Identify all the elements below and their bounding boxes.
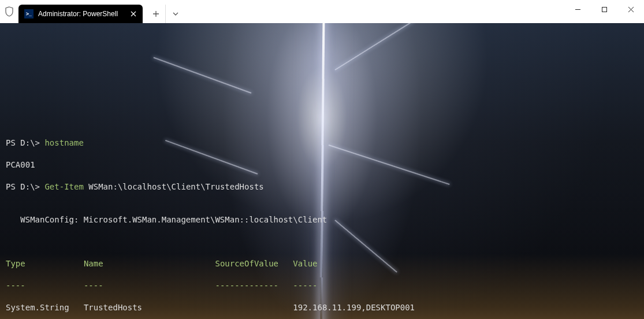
table-underline: ---- ---- ------------- ----- bbox=[6, 280, 638, 291]
table-row: System.String TrustedHosts 192.168.11.19… bbox=[6, 302, 638, 313]
app-window: >_ Administrator: PowerShell bbox=[0, 0, 644, 319]
tab-actions bbox=[146, 5, 185, 23]
command-get-item: Get-Item bbox=[44, 182, 83, 191]
cell-value: 192.168.11.199,DESKTOP001 bbox=[293, 303, 415, 312]
new-tab-button[interactable] bbox=[146, 5, 166, 23]
maximize-icon bbox=[601, 6, 608, 13]
prompt: PS D:\> bbox=[6, 182, 44, 191]
maximize-button[interactable] bbox=[591, 0, 617, 18]
cell-type: System.String bbox=[6, 303, 69, 312]
terminal-content: PS D:\> hostname PCA001 PS D:\> Get-Item… bbox=[6, 127, 638, 319]
plus-icon bbox=[152, 10, 159, 17]
col-type: Type bbox=[6, 259, 25, 268]
svg-rect-0 bbox=[602, 7, 606, 12]
minimize-icon bbox=[575, 6, 581, 13]
chevron-down-icon bbox=[173, 12, 178, 16]
terminal-pane[interactable]: PS D:\> hostname PCA001 PS D:\> Get-Item… bbox=[0, 23, 644, 319]
table-header: Type Name SourceOfValue Value bbox=[6, 258, 638, 269]
tab-close-button[interactable] bbox=[128, 8, 139, 20]
col-sourceofvalue: SourceOfValue bbox=[215, 259, 278, 268]
powershell-icon: >_ bbox=[24, 9, 33, 18]
titlebar[interactable]: >_ Administrator: PowerShell bbox=[0, 0, 644, 23]
command-hostname: hostname bbox=[44, 138, 83, 147]
shield-icon-area bbox=[0, 0, 18, 23]
lightning-branch bbox=[153, 57, 251, 93]
tab-dropdown-button[interactable] bbox=[166, 5, 185, 23]
col-value: Value bbox=[293, 259, 317, 268]
close-icon bbox=[131, 11, 136, 17]
terminal-line: PS D:\> Get-Item WSMan:\localhost\Client… bbox=[6, 181, 638, 192]
lightning-branch bbox=[334, 23, 414, 71]
shield-icon bbox=[5, 6, 14, 17]
window-close-button[interactable] bbox=[617, 0, 644, 18]
terminal-line: PS D:\> hostname bbox=[6, 138, 638, 149]
tab-powershell[interactable]: >_ Administrator: PowerShell bbox=[18, 5, 143, 23]
wsman-config-line: WSManConfig: Microsoft.WSMan.Management\… bbox=[6, 214, 638, 225]
minimize-button[interactable] bbox=[564, 0, 591, 18]
command-arg: WSMan:\localhost\Client\TrustedHosts bbox=[84, 182, 264, 191]
output-hostname: PCA001 bbox=[6, 160, 638, 170]
col-name: Name bbox=[84, 259, 103, 268]
prompt: PS D:\> bbox=[6, 138, 44, 147]
cell-name: TrustedHosts bbox=[84, 303, 142, 312]
blank-line bbox=[6, 236, 638, 247]
window-controls bbox=[564, 0, 644, 18]
close-icon bbox=[628, 6, 634, 13]
tab-title: Administrator: PowerShell bbox=[38, 10, 124, 18]
